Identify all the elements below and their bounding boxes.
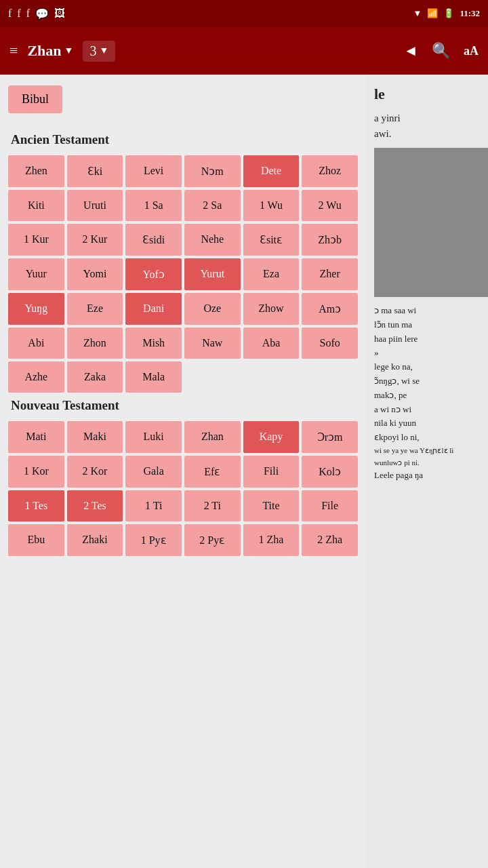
drawer-panel: Bibul Ancien Testament ZhenƐkiLeviNɔmDet… — [0, 75, 366, 868]
book-cell[interactable]: Zhɔb — [302, 224, 358, 256]
book-cell[interactable]: 2 Ti — [184, 490, 241, 521]
book-cell[interactable]: Ɛki — [67, 155, 123, 187]
book-cell[interactable]: Nɔm — [184, 155, 241, 187]
book-cell[interactable]: Zhoz — [302, 155, 358, 187]
book-cell[interactable]: File — [302, 490, 358, 521]
book-cell[interactable]: Dani — [125, 293, 182, 325]
book-cell[interactable]: Ɔrɔm — [302, 421, 358, 453]
book-cell[interactable]: Zhan — [184, 421, 241, 453]
nouveau-testament-label: Nouveau Testament — [11, 398, 358, 413]
book-cell[interactable]: Kolɔ — [302, 456, 358, 488]
book-cell[interactable]: Yuŋg — [8, 293, 64, 325]
book-cell[interactable]: 2 Sa — [184, 190, 241, 221]
book-cell[interactable]: Yofɔ — [125, 258, 182, 290]
app-header: ≡ Zhan ▼ 3 ▼ ◄ 🔍 aA — [0, 27, 488, 75]
book-cell[interactable]: Gala — [125, 456, 182, 488]
book-cell[interactable]: Mish — [125, 328, 182, 359]
book-cell[interactable]: Levi — [125, 155, 182, 187]
ancient-testament-label: Ancien Testament — [11, 132, 358, 147]
book-cell[interactable]: Yurut — [184, 258, 241, 290]
book-cell[interactable]: Efɛ — [184, 456, 241, 488]
content-area: le a yinri awi. ɔ ma saa wi lɔ̃n tun ma … — [366, 75, 488, 491]
book-cell[interactable]: Zhon — [67, 328, 123, 359]
book-cell[interactable]: Yuur — [8, 258, 64, 290]
book-cell[interactable]: 1 Pyɛ — [125, 524, 182, 556]
book-cell[interactable]: 1 Zha — [243, 524, 300, 556]
header-right: ◄ 🔍 aA — [403, 42, 479, 60]
fb-icon-2: f — [17, 7, 20, 20]
search-icon[interactable]: 🔍 — [432, 42, 450, 60]
book-cell[interactable]: Amɔ — [302, 293, 358, 325]
book-cell[interactable]: Azhe — [8, 361, 64, 393]
book-cell[interactable]: Zhow — [243, 293, 300, 325]
book-label: Zhan — [27, 42, 61, 60]
book-cell[interactable]: Maki — [67, 421, 123, 453]
book-cell[interactable]: 2 Wu — [302, 190, 358, 221]
book-cell[interactable]: 1 Wu — [243, 190, 300, 221]
book-cell[interactable]: Oze — [184, 293, 241, 325]
book-cell[interactable]: Abi — [8, 328, 64, 359]
book-cell[interactable]: Nehe — [184, 224, 241, 256]
book-cell[interactable]: Kiti — [8, 190, 64, 221]
book-cell[interactable]: 1 Kur — [8, 224, 64, 256]
book-cell[interactable]: Luki — [125, 421, 182, 453]
header-left: ≡ Zhan ▼ 3 ▼ — [9, 41, 394, 62]
book-cell[interactable]: Zaka — [67, 361, 123, 393]
volume-icon[interactable]: ◄ — [403, 42, 418, 60]
book-cell[interactable]: 2 Kor — [67, 456, 123, 488]
book-cell[interactable]: Kapy — [243, 421, 300, 453]
nouveau-testament-grid: MatiMakiLukiZhanKapyƆrɔm1 Kor2 KorGalaEf… — [8, 421, 358, 556]
status-right-icons: ▼ 📶 🔋 11:32 — [413, 8, 481, 19]
content-text1: a yinri — [374, 111, 480, 126]
book-selector[interactable]: Zhan ▼ — [27, 42, 73, 60]
font-size-icon[interactable]: aA — [464, 44, 479, 58]
book-cell[interactable]: Tite — [243, 490, 300, 521]
status-left-icons: f f f 💬 🖼 — [8, 7, 65, 20]
book-cell[interactable]: Ɛsitɛ — [243, 224, 300, 256]
book-cell[interactable]: Naw — [184, 328, 241, 359]
bibul-button[interactable]: Bibul — [8, 85, 62, 113]
book-dropdown-icon: ▼ — [64, 45, 74, 56]
book-cell[interactable]: Ɛsidi — [125, 224, 182, 256]
signal-icon: 📶 — [427, 8, 438, 19]
content-bottom: ɔ ma saa wi lɔ̃n tun ma haa piin lere » … — [374, 304, 480, 483]
book-cell[interactable]: Mala — [125, 361, 182, 393]
chapter-selector[interactable]: 3 ▼ — [83, 41, 115, 62]
book-cell[interactable]: Eze — [67, 293, 123, 325]
book-cell[interactable]: Yomi — [67, 258, 123, 290]
book-cell[interactable]: Aba — [243, 328, 300, 359]
message-icon: 💬 — [35, 7, 49, 20]
book-cell[interactable]: Mati — [8, 421, 64, 453]
book-cell[interactable]: 2 Tes — [67, 490, 123, 521]
book-cell[interactable]: Eza — [243, 258, 300, 290]
book-cell[interactable]: 1 Ti — [125, 490, 182, 521]
book-cell[interactable]: Zhaki — [67, 524, 123, 556]
empty-cell — [302, 361, 358, 393]
book-cell[interactable]: Fili — [243, 456, 300, 488]
book-cell[interactable]: Dete — [243, 155, 300, 187]
book-cell[interactable]: 2 Zha — [302, 524, 358, 556]
menu-button[interactable]: ≡ — [9, 42, 18, 60]
empty-cell — [243, 361, 300, 393]
book-cell[interactable]: Uruti — [67, 190, 123, 221]
status-bar: f f f 💬 🖼 ▼ 📶 🔋 11:32 — [0, 0, 488, 27]
book-cell[interactable]: Ebu — [8, 524, 64, 556]
ancient-testament-grid: ZhenƐkiLeviNɔmDeteZhozKitiUruti1 Sa2 Sa1… — [8, 155, 358, 393]
book-cell[interactable]: Zhen — [8, 155, 64, 187]
book-cell[interactable]: 1 Tes — [8, 490, 64, 521]
battery-icon: 🔋 — [443, 8, 454, 19]
book-cell[interactable]: Sofo — [302, 328, 358, 359]
empty-cell — [184, 361, 241, 393]
book-cell[interactable]: 1 Sa — [125, 190, 182, 221]
content-image — [374, 148, 488, 297]
fb-icon-1: f — [8, 7, 12, 20]
book-cell[interactable]: 2 Kur — [67, 224, 123, 256]
chapter-label: 3 — [89, 43, 96, 59]
wifi-icon: ▼ — [413, 8, 422, 19]
time-display: 11:32 — [460, 8, 480, 19]
chapter-dropdown-icon: ▼ — [99, 45, 108, 56]
book-cell[interactable]: 2 Pyɛ — [184, 524, 241, 556]
image-icon: 🖼 — [54, 7, 65, 20]
book-cell[interactable]: Zher — [302, 258, 358, 290]
book-cell[interactable]: 1 Kor — [8, 456, 64, 488]
